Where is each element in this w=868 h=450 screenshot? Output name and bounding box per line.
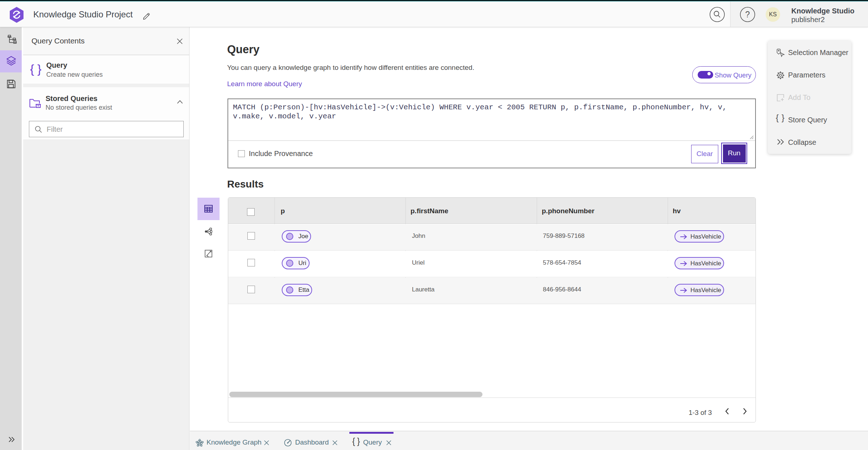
svg-text:?: ? bbox=[745, 10, 750, 19]
